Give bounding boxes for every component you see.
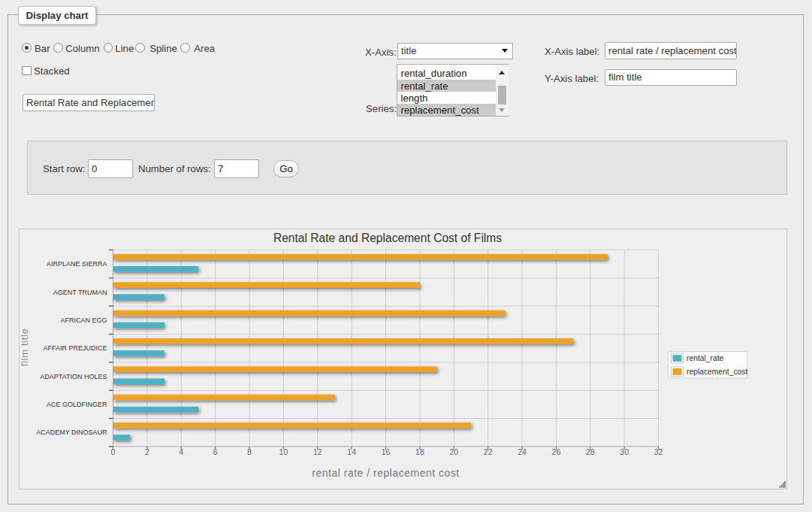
svg-text:12: 12 [313, 447, 322, 456]
svg-text:18: 18 [415, 447, 424, 456]
svg-text:Rental Rate and Replacement Co: Rental Rate and Replacement Cost of Film… [273, 232, 502, 244]
svg-text:24: 24 [518, 447, 527, 456]
svg-text:8: 8 [247, 447, 252, 456]
svg-text:16: 16 [382, 447, 391, 456]
svg-text:22: 22 [484, 447, 493, 456]
svg-text:32: 32 [654, 447, 663, 456]
svg-text:ACE GOLDFINGER: ACE GOLDFINGER [47, 401, 107, 408]
svg-text:20: 20 [449, 447, 458, 456]
svg-text:replacement_cost: replacement_cost [687, 368, 747, 376]
svg-text:6: 6 [213, 447, 218, 456]
svg-text:AFFAIR PREJUDICE: AFFAIR PREJUDICE [43, 344, 107, 352]
svg-text:AFRICAN EGG: AFRICAN EGG [60, 317, 107, 324]
svg-text:14: 14 [347, 447, 356, 456]
svg-text:28: 28 [586, 447, 595, 456]
svg-text:rental rate / replacement cost: rental rate / replacement cost [312, 467, 459, 479]
svg-text:0: 0 [111, 447, 116, 456]
svg-text:30: 30 [620, 447, 629, 456]
svg-text:film title: film title [20, 328, 31, 366]
svg-text:26: 26 [552, 447, 561, 456]
svg-text:AGENT TRUMAN: AGENT TRUMAN [53, 289, 107, 296]
svg-text:ACADEMY DINOSAUR: ACADEMY DINOSAUR [36, 429, 107, 436]
svg-text:4: 4 [179, 447, 183, 456]
svg-text:rental_rate: rental_rate [687, 354, 724, 362]
svg-text:2: 2 [145, 447, 149, 456]
svg-text:AIRPLANE SIERRA: AIRPLANE SIERRA [47, 260, 107, 268]
svg-text:10: 10 [279, 447, 288, 456]
svg-text:ADAPTATION HOLES: ADAPTATION HOLES [40, 373, 107, 380]
